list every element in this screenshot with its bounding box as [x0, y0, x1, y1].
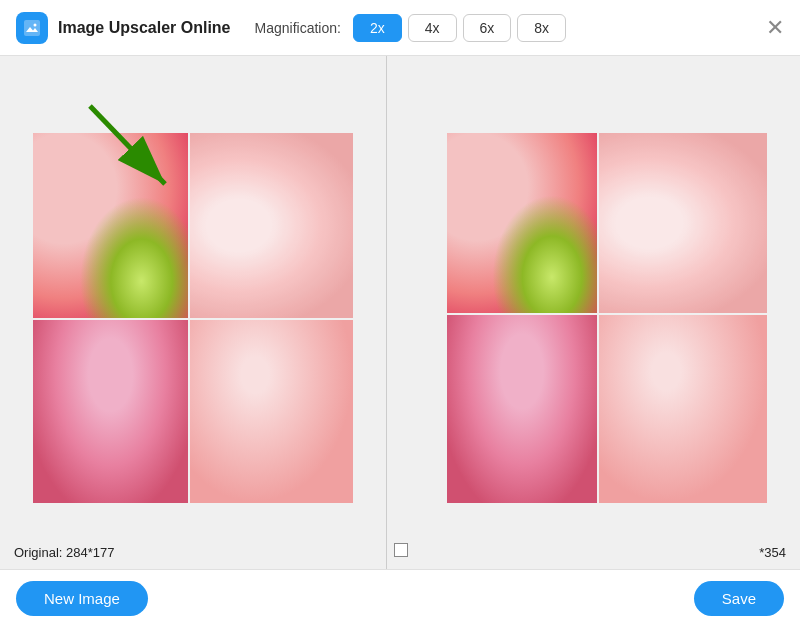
new-image-button[interactable]: New Image — [16, 581, 148, 616]
svg-rect-0 — [24, 20, 40, 36]
divider-area — [387, 56, 415, 569]
mag-btn-6x[interactable]: 6x — [463, 14, 512, 42]
upscaled-tile-topleft — [447, 133, 597, 313]
upscaled-tile-bottomright — [599, 315, 767, 503]
mag-btn-2x[interactable]: 2x — [353, 14, 402, 42]
app-title: Image Upscaler Online — [58, 19, 231, 37]
divider-checkbox[interactable] — [394, 543, 408, 557]
app-header: Image Upscaler Online Magnification: 2x … — [0, 0, 800, 56]
svg-point-1 — [34, 23, 37, 26]
save-button[interactable]: Save — [694, 581, 784, 616]
original-size-label: Original: 284*177 — [10, 544, 118, 561]
close-button[interactable]: ✕ — [766, 17, 784, 39]
original-tile-bottomright — [190, 320, 353, 503]
upscaled-panel: *354 — [415, 56, 801, 569]
app-icon — [16, 12, 48, 44]
footer: New Image Save — [0, 569, 800, 627]
upscaled-image-mosaic — [447, 133, 767, 503]
mag-btn-8x[interactable]: 8x — [517, 14, 566, 42]
original-tile-bottomleft — [33, 320, 188, 503]
original-tile-topright — [190, 133, 353, 318]
main-area: Original: 284*177 *354 — [0, 56, 800, 569]
original-tile-topleft — [33, 133, 188, 318]
upscaled-size-label: *354 — [755, 544, 790, 561]
upscaled-tile-topright — [599, 133, 767, 313]
original-panel: Original: 284*177 — [0, 56, 387, 569]
magnification-label: Magnification: — [255, 20, 341, 36]
mag-btn-4x[interactable]: 4x — [408, 14, 457, 42]
original-image-mosaic — [33, 133, 353, 503]
upscaled-tile-bottomleft — [447, 315, 597, 503]
magnification-buttons: 2x 4x 6x 8x — [353, 14, 566, 42]
